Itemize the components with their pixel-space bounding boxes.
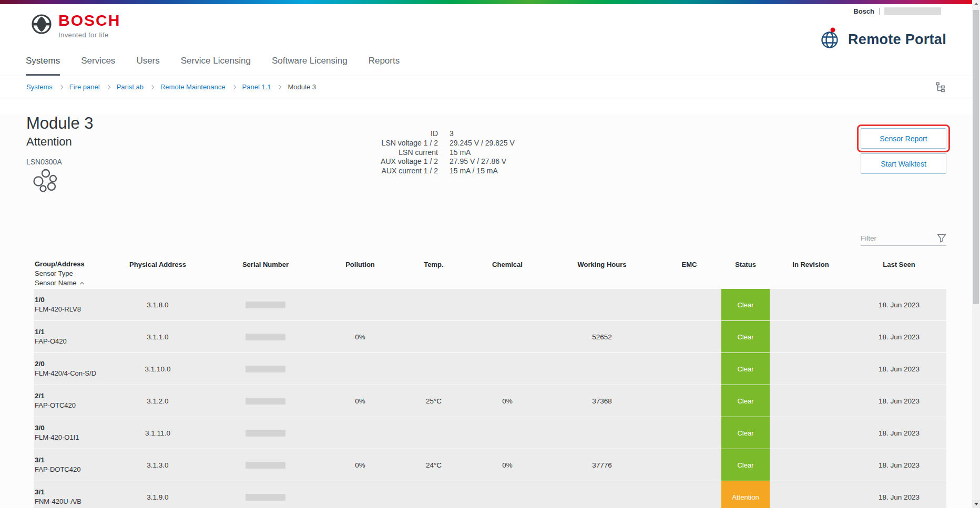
column-header-last-seen[interactable]: Last Seen (852, 253, 946, 268)
cell-last-seen: 18. Jun 2023 (852, 365, 946, 373)
chevron-up-icon[interactable] (80, 282, 84, 286)
cell-serial-number (210, 365, 321, 373)
nav-service-licensing[interactable]: Service Licensing (181, 56, 251, 76)
cell-group: 1/1 FAP-O420 (34, 327, 105, 346)
cell-chemical: 0% (468, 461, 547, 469)
table-row[interactable]: 2/1 FAP-OTC420 3.1.2.0 0% 25°C 0% 37368 … (34, 385, 946, 417)
table-row[interactable]: 1/1 FAP-O420 3.1.1.0 0% 52652 Clear 18. … (34, 321, 946, 353)
detail-value: 15 mA (450, 148, 515, 158)
bosch-armature-icon (30, 13, 53, 38)
chevron-right-icon (150, 85, 154, 89)
cell-last-seen: 18. Jun 2023 (852, 461, 946, 469)
bosch-tagline: Invented for life (58, 31, 120, 39)
table-row[interactable]: 2/0 FLM-420/4-Con-S/D 3.1.10.0 Clear 18.… (34, 353, 946, 385)
module-header: Module 3 Attention LSN0300A ID 3 LSN vol… (26, 115, 954, 220)
serial-redacted (246, 494, 285, 501)
cell-serial-number (210, 397, 321, 405)
column-header-working-hours[interactable]: Working Hours (547, 253, 657, 268)
cell-last-seen: 18. Jun 2023 (852, 493, 946, 501)
column-header-emc[interactable]: EMC (657, 253, 721, 268)
column-header-group-address[interactable]: Group/Address Sensor Type Sensor Name (34, 253, 105, 287)
annotation-highlight-box: Sensor Report (857, 125, 950, 152)
detail-value: 29.245 V / 29.825 V (450, 139, 515, 148)
scrollbar-thumb[interactable] (973, 10, 979, 304)
nav-software-licensing[interactable]: Software Licensing (272, 56, 348, 76)
scrollbar-down-arrow[interactable] (972, 500, 980, 508)
funnel-icon[interactable] (937, 234, 946, 243)
detail-label: ID (380, 129, 438, 139)
breadcrumb-panel-1-1[interactable]: Panel 1.1 (242, 83, 271, 91)
cell-last-seen: 18. Jun 2023 (852, 301, 946, 309)
cell-physical-address: 3.1.2.0 (105, 397, 210, 405)
cell-last-seen: 18. Jun 2023 (852, 429, 946, 437)
column-header-status[interactable]: Status (721, 253, 770, 268)
nav-services[interactable]: Services (81, 56, 115, 76)
breadcrumb-fire-panel[interactable]: Fire panel (69, 83, 100, 91)
bosch-logo[interactable]: BOSCH Invented for life (30, 13, 120, 39)
column-header-in-revision[interactable]: In Revision (770, 253, 852, 268)
cell-group: 3/1 FNM-420U-A/B (34, 488, 105, 506)
breadcrumb-parislab[interactable]: ParisLab (117, 83, 144, 91)
module-details: ID 3 LSN voltage 1 / 2 29.245 V / 29.825… (380, 129, 515, 176)
column-header-physical-address[interactable]: Physical Address (105, 253, 210, 268)
nav-reports[interactable]: Reports (369, 56, 400, 76)
breadcrumb-remote-maintenance[interactable]: Remote Maintenance (160, 83, 226, 91)
cell-physical-address: 3.1.10.0 (105, 365, 210, 373)
cell-status: Clear (721, 321, 770, 353)
cell-last-seen: 18. Jun 2023 (852, 397, 946, 405)
sensor-report-button[interactable]: Sensor Report (861, 128, 946, 149)
table-row[interactable]: 3/0 FLM-420-O1I1 3.1.11.0 Clear 18. Jun … (34, 417, 946, 449)
column-header-serial-number[interactable]: Serial Number (210, 253, 321, 268)
cell-serial-number (210, 493, 321, 501)
cell-pollution: 0% (321, 461, 400, 469)
table-row[interactable]: 3/1 FAP-DOTC420 3.1.3.0 0% 24°C 0% 37776… (34, 449, 946, 481)
status-badge: Attention (721, 481, 770, 508)
column-header-temp[interactable]: Temp. (400, 253, 468, 268)
sensor-table-header: Group/Address Sensor Type Sensor Name Ph… (34, 253, 946, 289)
nav-users[interactable]: Users (136, 56, 159, 76)
globe-icon (818, 26, 842, 53)
cell-group: 2/1 FAP-OTC420 (34, 391, 105, 410)
account-info[interactable]: Bosch (853, 7, 941, 15)
cell-serial-number (210, 461, 321, 469)
cell-status: Clear (721, 289, 770, 320)
cell-status: Attention (721, 481, 770, 508)
tree-view-icon[interactable] (935, 81, 946, 93)
cell-temp: 25°C (400, 397, 468, 405)
status-badge: Clear (721, 449, 770, 481)
cell-physical-address: 3.1.8.0 (105, 301, 210, 309)
cell-physical-address: 3.1.1.0 (105, 333, 210, 341)
serial-redacted (246, 302, 285, 308)
module-actions: Sensor Report Start Walktest (857, 125, 946, 174)
detail-label: AUX voltage 1 / 2 (380, 157, 438, 167)
filter-box (861, 231, 946, 246)
status-badge: Clear (721, 353, 770, 385)
nav-systems[interactable]: Systems (26, 56, 60, 76)
scrollbar-up-arrow[interactable] (972, 0, 980, 8)
breadcrumb-systems[interactable]: Systems (26, 83, 53, 91)
cell-pollution: 0% (321, 397, 400, 405)
status-badge: Clear (721, 385, 770, 417)
serial-redacted (246, 398, 285, 405)
account-username-redacted (884, 7, 941, 15)
serial-redacted (246, 366, 285, 372)
status-badge: Clear (721, 289, 770, 320)
table-row[interactable]: 1/0 FLM-420-RLV8 3.1.8.0 Clear 18. Jun 2… (34, 289, 946, 320)
cell-physical-address: 3.1.3.0 (105, 461, 210, 469)
chevron-right-icon (106, 85, 110, 89)
detail-label: AUX current 1 / 2 (380, 167, 438, 176)
filter-input[interactable] (861, 234, 934, 242)
cell-physical-address: 3.1.11.0 (105, 429, 210, 437)
page-scrollbar[interactable] (972, 0, 980, 508)
column-header-chemical[interactable]: Chemical (468, 253, 547, 268)
cell-working-hours: 37776 (547, 461, 657, 469)
module-cluster-icon (32, 167, 59, 195)
status-badge: Clear (721, 417, 770, 449)
column-header-pollution[interactable]: Pollution (321, 253, 400, 268)
cell-working-hours: 52652 (547, 333, 657, 341)
table-row[interactable]: 3/1 FNM-420U-A/B 3.1.9.0 Attention 18. J… (34, 481, 946, 508)
breadcrumb-current: Module 3 (288, 83, 315, 91)
cell-temp: 24°C (400, 461, 468, 469)
start-walktest-button[interactable]: Start Walktest (861, 153, 946, 174)
cell-pollution: 0% (321, 333, 400, 341)
